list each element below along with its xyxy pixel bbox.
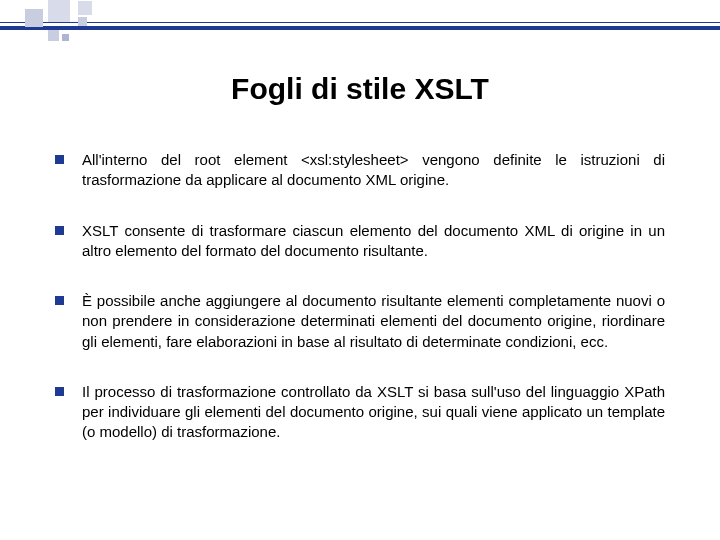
list-item: Il processo di trasformazione controllat… — [55, 382, 665, 443]
list-item: È possibile anche aggiungere al document… — [55, 291, 665, 352]
slide-body: All'interno del root element <xsl:styles… — [55, 150, 665, 473]
bullet-icon — [55, 155, 64, 164]
deco-square-icon — [62, 34, 69, 41]
deco-square-icon — [48, 0, 70, 22]
thick-line — [0, 26, 720, 30]
bullet-text: È possibile anche aggiungere al document… — [82, 291, 665, 352]
bullet-text: All'interno del root element <xsl:styles… — [82, 150, 665, 191]
list-item: XSLT consente di trasformare ciascun ele… — [55, 221, 665, 262]
bullet-icon — [55, 226, 64, 235]
deco-square-icon — [78, 17, 87, 26]
slide: Fogli di stile XSLT All'interno del root… — [0, 0, 720, 540]
slide-title: Fogli di stile XSLT — [0, 72, 720, 106]
thin-line — [0, 22, 720, 23]
deco-square-icon — [78, 1, 92, 15]
deco-square-icon — [25, 9, 43, 27]
bullet-icon — [55, 296, 64, 305]
list-item: All'interno del root element <xsl:styles… — [55, 150, 665, 191]
bullet-icon — [55, 387, 64, 396]
bullet-text: XSLT consente di trasformare ciascun ele… — [82, 221, 665, 262]
deco-square-icon — [48, 30, 59, 41]
bullet-text: Il processo di trasformazione controllat… — [82, 382, 665, 443]
